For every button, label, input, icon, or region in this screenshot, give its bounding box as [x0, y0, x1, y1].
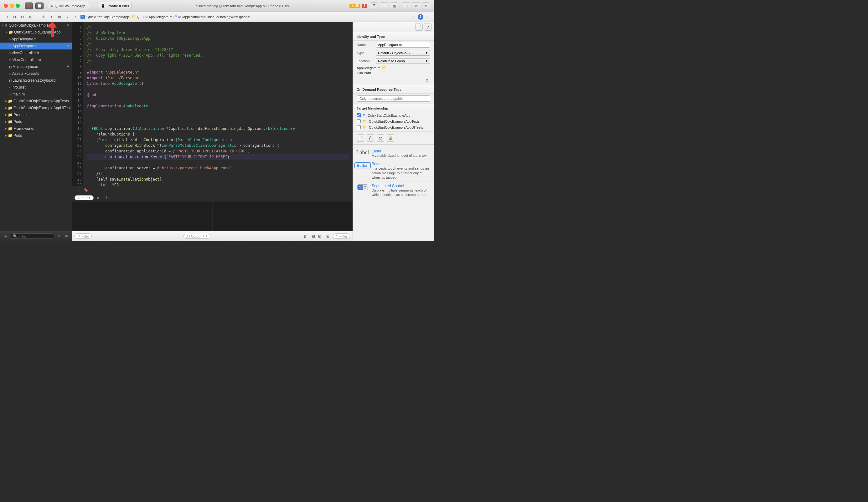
file-nav-pods-2[interactable]: ▶ 📁 Pods [0, 132, 72, 139]
name-input[interactable] [376, 42, 430, 48]
file-icon-btn[interactable]: 📄 [356, 134, 364, 142]
file-nav-tests[interactable]: ▶ 📁 QuickStartObjcExampleAppTests [0, 98, 72, 105]
debug-play-button[interactable]: ▶ [95, 194, 102, 201]
type-row: Type Default - Objective-C... ▼ [353, 49, 434, 57]
file-nav-frameworks[interactable]: ▶ 📁 Frameworks [0, 125, 72, 132]
membership-checkbox-1[interactable] [356, 113, 361, 117]
tests-arrow: ▶ [5, 100, 7, 103]
file-nav-filter[interactable]: 🔍 Filter [10, 233, 54, 239]
location-dropdown[interactable]: Relative to Group ▼ [376, 58, 430, 64]
inspector-toggle-button[interactable]: ▤ [390, 2, 398, 9]
type-dropdown[interactable]: Default - Objective-C... ▼ [376, 50, 430, 56]
bottom-toolbar: ⊙ Filter All Output ⬆⬇ 🗑 ⊟ ⊠ ⊞ ⊙ Filter [72, 231, 353, 241]
auto-label: Auto [78, 196, 84, 200]
file-nav-launchscreen[interactable]: ◧ LaunchScreen.storyboard [0, 77, 72, 84]
status-text: Finished running QuickStartObjcExampleAp… [193, 4, 289, 8]
inspector-file-button[interactable]: 📄 [415, 23, 423, 31]
breadcrumb-method-label: M -application:didFinishLaunchingWithOpt… [178, 15, 250, 19]
file-nav-uitests[interactable]: ▶ 📁 QuickStartObjcExampleAppUITests [0, 105, 72, 112]
code-editor[interactable]: 12345 678910 1112131415 1617181920 21222… [72, 22, 353, 186]
debug-toggle-button[interactable]: ⊡ [380, 2, 388, 9]
tags-input[interactable] [356, 95, 430, 102]
file-nav-group[interactable]: ▼ 📁 QuickStartObjcExampleApp [0, 29, 72, 36]
file-nav-info-plist[interactable]: ≡ Info.plist [0, 84, 72, 91]
breadcrumb-file[interactable]: M AppDelegate.m [145, 15, 172, 19]
membership-label-2: QuickStartObjcExampleAppTests [369, 119, 420, 123]
navigator-toggle-button[interactable]: ☰ [370, 2, 378, 9]
minimize-button[interactable] [10, 4, 14, 8]
membership-checkbox-2[interactable] [356, 119, 361, 123]
device-selector[interactable]: 📱 iPhone 8 Plus [98, 2, 132, 10]
all-output-selector[interactable]: All Output ⬆⬇ [184, 234, 210, 239]
titlebar: ⚙ QuickSta...mpleApp › 📱 iPhone 8 Plus F… [0, 0, 434, 12]
forward-button[interactable]: › [72, 13, 79, 20]
lib-label-icon: Label [356, 149, 369, 156]
file-nav-up-button[interactable]: ⬆ [56, 233, 62, 239]
file-nav-appdelegate-m[interactable]: m AppDelegate.m M [0, 43, 72, 50]
code-content[interactable]: // // AppDelegate.m // QuickStartObjcExa… [83, 22, 353, 186]
file-nav-products[interactable]: ▶ 📁 Products [0, 112, 72, 118]
file-nav-expand-button[interactable]: ⊞ [63, 233, 70, 239]
file-nav-main-m[interactable]: m main.m [0, 91, 72, 98]
grid-view-button[interactable]: ⊞ [325, 233, 331, 239]
breadcrumb-folder[interactable]: 📁 Q... [132, 15, 143, 19]
file-nav-root[interactable]: ▼ ⚙ QuickStartObjcExampleApp M [0, 22, 72, 29]
warning-icon: ⚠ [351, 4, 354, 8]
close-button[interactable] [4, 4, 8, 8]
file-nav-appdelegate-h[interactable]: h AppDelegate.h [0, 36, 72, 43]
file-nav-viewcontroller-m[interactable]: m ViewController.m [0, 56, 72, 63]
layout-button-1[interactable]: ⊞ [402, 2, 410, 9]
stop-button[interactable] [35, 2, 43, 9]
errors-badge[interactable]: 1 [362, 4, 367, 8]
target-icon-btn[interactable]: ◎ [377, 134, 384, 142]
file-path-name: AppDelegate.m [356, 66, 381, 70]
scheme-selector[interactable]: ⚙ QuickSta...mpleApp › [48, 2, 90, 10]
breadcrumb-method[interactable]: M M -application:didFinishLaunchingWithO… [175, 15, 250, 19]
code-icon-btn[interactable]: {} [367, 134, 374, 142]
layout-btn-2[interactable]: ⊠ [317, 233, 323, 239]
split-editor-button[interactable]: ⊡ [19, 13, 26, 21]
pods2-arrow: ▶ [5, 134, 7, 137]
gear-button[interactable]: ⚙ [424, 77, 430, 84]
editor-mode-button[interactable]: ⊠ [11, 13, 18, 21]
file-nav-main-storyboard[interactable]: ◧ Main.storyboard M [0, 63, 72, 70]
run-button[interactable] [25, 2, 33, 9]
grid-button[interactable]: ⊞ [56, 13, 63, 20]
sidebar-toggle-button[interactable]: ⊟ [2, 13, 10, 21]
back-button[interactable]: ‹ [64, 13, 71, 20]
breadcrumb-app[interactable]: A QuickStartObjcExampleApp [81, 15, 129, 19]
location-chevron: ▼ [425, 60, 428, 63]
debug-toolbar: Auto ⬆⬇ ▶ ℹ [72, 194, 353, 202]
bottom-filter-left[interactable]: ⊙ Filter [74, 233, 92, 239]
layout-button-3[interactable]: ⧈ [422, 2, 430, 9]
lib-segmented-name: Segmented Control [372, 184, 430, 188]
layout-btn-1[interactable]: ⊟ [310, 233, 317, 239]
maximize-button[interactable] [16, 4, 20, 8]
breadcrumb-sep-2: › [143, 15, 144, 19]
folder-choose-icon[interactable]: 📁 [382, 66, 386, 70]
jump-bar-button[interactable]: ⊞ [74, 187, 81, 193]
file-nav-pods[interactable]: ▶ 📁 Pods [0, 118, 72, 125]
warning-nav-button[interactable]: ⚠ [40, 13, 46, 20]
inspector-help-button[interactable]: ? [424, 23, 432, 31]
debug-info-button[interactable]: ℹ [103, 194, 110, 201]
file-nav-assets[interactable]: ⊞ Assets.xcassets [0, 70, 72, 77]
breadcrumb-file-label: AppDelegate.m [149, 15, 173, 19]
lock-icon-btn[interactable]: 🔒 [387, 134, 394, 142]
add-file-button[interactable]: + [2, 233, 9, 239]
trash-button[interactable]: 🗑 [302, 233, 308, 239]
viewcontroller-h-label: ViewController.h [12, 51, 39, 55]
editor-area: 12345 678910 1112131415 1617181920 21222… [72, 22, 353, 241]
layout-button-2[interactable]: ⧉ [412, 2, 420, 9]
warnings-badge[interactable]: ⚠ 25 [350, 4, 360, 8]
membership-checkbox-3[interactable] [356, 125, 361, 129]
auto-selector[interactable]: Auto ⬆⬇ [74, 195, 94, 200]
file-nav-viewcontroller-h[interactable]: h ViewController.h [0, 50, 72, 56]
project-icon: ⚙ [5, 23, 8, 28]
next-issue-button[interactable]: › [425, 13, 432, 20]
output-chevron: ⬆⬇ [203, 235, 208, 238]
breakpoint-button[interactable]: ⋄ [48, 13, 55, 20]
prev-issue-button[interactable]: ‹ [410, 13, 416, 20]
bottom-filter-right[interactable]: ⊙ Filter [333, 233, 350, 239]
diff-button[interactable]: ⊞ [27, 13, 34, 21]
